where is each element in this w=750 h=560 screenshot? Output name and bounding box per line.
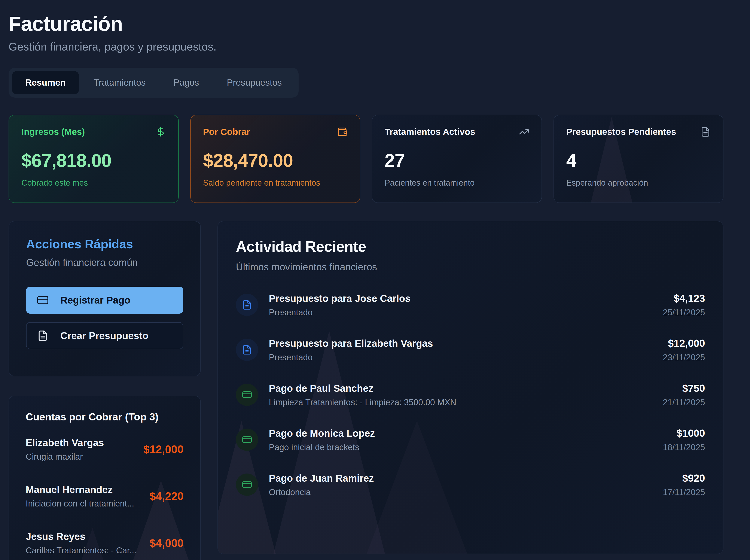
dollar-sign-icon <box>156 127 166 137</box>
quick-actions-subtitle: Gestión financiera común <box>26 257 183 268</box>
activity-row: Pago de Monica Lopez Pago inicial de bra… <box>236 427 705 452</box>
activity-detail: Presentado <box>269 307 654 317</box>
stat-value: $67,818.00 <box>21 150 166 171</box>
recent-activity-card: Actividad Reciente Últimos movimientos f… <box>218 221 724 554</box>
activity-row: Pago de Juan Ramirez Ortodoncia $920 17/… <box>236 472 705 497</box>
stat-card-presupuestos-pendientes: Presupuestos Pendientes 4 Esperando apro… <box>553 115 724 203</box>
receivable-row: Elizabeth Vargas Cirugia maxilar $12,000 <box>26 437 184 462</box>
activity-amount: $1000 <box>663 427 705 439</box>
activity-date: 17/11/2025 <box>663 487 705 497</box>
file-text-icon <box>700 127 711 137</box>
button-label: Crear Presupuesto <box>60 330 148 341</box>
trending-up-icon <box>519 127 529 137</box>
activity-title: Presupuesto para Elizabeth Vargas <box>269 338 654 349</box>
activity-detail: Ortodoncia <box>269 487 654 497</box>
stat-value: 27 <box>385 150 529 171</box>
wallet-icon <box>337 127 347 137</box>
tab-presupuestos[interactable]: Presupuestos <box>214 71 295 94</box>
credit-card-icon <box>37 295 48 306</box>
activity-date: 18/11/2025 <box>663 442 705 452</box>
stat-card-ingresos: Ingresos (Mes) $67,818.00 Cobrado este m… <box>8 115 179 203</box>
receivable-row: Manuel Hernandez Iniciacion con el trata… <box>26 484 184 508</box>
activity-row: Presupuesto para Elizabeth Vargas Presen… <box>236 337 705 362</box>
stat-card-tratamientos-activos: Tratamientos Activos 27 Pacientes en tra… <box>372 115 542 203</box>
stats-row: Ingresos (Mes) $67,818.00 Cobrado este m… <box>8 115 724 203</box>
activity-date: 25/11/2025 <box>663 307 705 317</box>
page-subtitle: Gestión financiera, pagos y presupuestos… <box>8 40 724 53</box>
receivable-amount: $4,220 <box>149 490 184 503</box>
file-text-icon <box>37 330 48 341</box>
tab-bar: Resumen Tratamientos Pagos Presupuestos <box>8 68 299 98</box>
activity-date: 23/11/2025 <box>663 353 705 362</box>
credit-card-icon <box>236 474 258 496</box>
tab-pagos[interactable]: Pagos <box>160 71 212 94</box>
activity-list: Presupuesto para Jose Carlos Presentado … <box>236 293 705 497</box>
activity-title: Pago de Juan Ramirez <box>269 473 654 484</box>
credit-card-icon <box>236 428 258 451</box>
stat-subtext: Cobrado este mes <box>21 178 166 187</box>
register-payment-button[interactable]: Registrar Pago <box>26 287 183 314</box>
recent-activity-subtitle: Últimos movimientos financieros <box>236 261 705 273</box>
activity-amount: $750 <box>663 382 705 394</box>
stat-label: Por Cobrar <box>203 127 250 137</box>
billing-page: Facturación Gestión financiera, pagos y … <box>0 0 750 560</box>
activity-title: Presupuesto para Jose Carlos <box>269 293 654 304</box>
accounts-receivable-card: Cuentas por Cobrar (Top 3) Elizabeth Var… <box>8 396 201 560</box>
create-budget-button[interactable]: Crear Presupuesto <box>26 322 183 349</box>
left-column: Acciones Rápidas Gestión financiera comú… <box>8 221 201 560</box>
credit-card-icon <box>236 384 258 406</box>
file-text-icon <box>236 294 258 316</box>
activity-detail: Presentado <box>269 353 654 362</box>
button-label: Registrar Pago <box>60 294 130 306</box>
file-text-icon <box>236 339 258 361</box>
activity-row: Presupuesto para Jose Carlos Presentado … <box>236 293 705 317</box>
activity-row: Pago de Paul Sanchez Limpieza Tratamient… <box>236 382 705 407</box>
receivable-amount: $12,000 <box>143 443 184 456</box>
stat-subtext: Saldo pendiente en tratamientos <box>203 178 348 187</box>
patient-name: Jesus Reyes <box>26 531 137 542</box>
patient-name: Manuel Hernandez <box>26 484 134 495</box>
activity-title: Pago de Monica Lopez <box>269 427 654 439</box>
stat-value: 4 <box>566 150 711 171</box>
treatment-detail: Carillas Tratamientos: - Car... <box>26 546 137 555</box>
receivable-row: Jesus Reyes Carillas Tratamientos: - Car… <box>26 531 184 555</box>
page-title: Facturación <box>8 12 724 36</box>
patient-name: Elizabeth Vargas <box>26 437 104 448</box>
stat-label: Presupuestos Pendientes <box>566 127 676 137</box>
stat-label: Tratamientos Activos <box>385 127 475 137</box>
stat-value: $28,470.00 <box>203 150 348 171</box>
recent-activity-title: Actividad Reciente <box>236 238 705 255</box>
activity-detail: Limpieza Tratamientos: - Limpieza: 3500.… <box>269 398 654 407</box>
main-content: Acciones Rápidas Gestión financiera comú… <box>8 221 724 560</box>
activity-date: 21/11/2025 <box>663 398 705 407</box>
stat-subtext: Esperando aprobación <box>566 178 711 187</box>
quick-actions-title: Acciones Rápidas <box>26 237 183 251</box>
stat-label: Ingresos (Mes) <box>21 127 85 137</box>
activity-amount: $920 <box>663 472 705 484</box>
stat-card-por-cobrar: Por Cobrar $28,470.00 Saldo pendiente en… <box>190 115 361 203</box>
quick-actions-card: Acciones Rápidas Gestión financiera comú… <box>8 221 201 376</box>
activity-detail: Pago inicial de brackets <box>269 442 654 452</box>
accounts-receivable-title: Cuentas por Cobrar (Top 3) <box>26 411 184 423</box>
activity-amount: $12,000 <box>663 337 705 349</box>
treatment-detail: Cirugia maxilar <box>26 452 104 462</box>
activity-amount: $4,123 <box>663 293 705 304</box>
treatment-detail: Iniciacion con el tratamient... <box>26 499 134 508</box>
activity-title: Pago de Paul Sanchez <box>269 382 654 394</box>
accounts-receivable-list: Elizabeth Vargas Cirugia maxilar $12,000… <box>26 437 184 555</box>
stat-subtext: Pacientes en tratamiento <box>385 178 529 187</box>
tab-resumen[interactable]: Resumen <box>12 71 79 94</box>
tab-tratamientos[interactable]: Tratamientos <box>80 71 159 94</box>
receivable-amount: $4,000 <box>149 537 184 549</box>
